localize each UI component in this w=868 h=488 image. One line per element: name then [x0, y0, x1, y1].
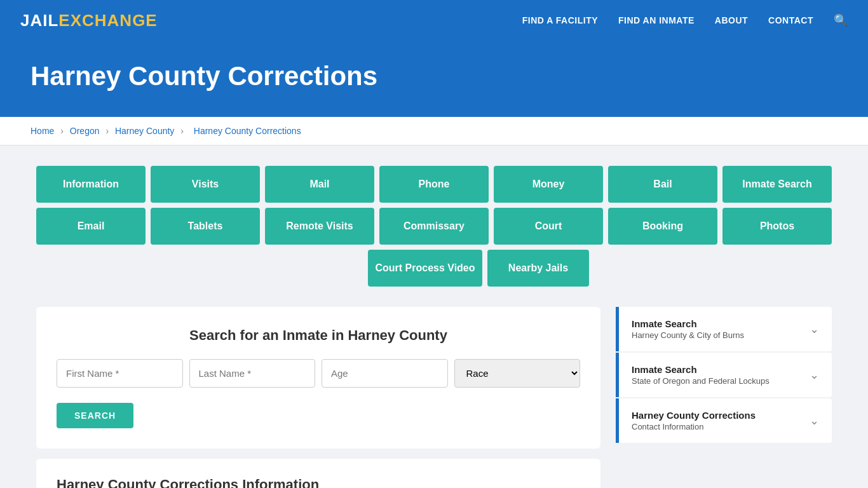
- logo[interactable]: JAIL EXCHANGE: [20, 11, 158, 30]
- sidebar-item-county-title: Inmate Search: [632, 318, 744, 329]
- search-title: Search for an Inmate in Harney County: [57, 327, 580, 344]
- breadcrumb-sep-1: ›: [60, 126, 66, 136]
- btn-row-3: Court Process Video Nearby Jails: [125, 250, 832, 287]
- chevron-down-icon-2: ⌄: [810, 368, 819, 382]
- btn-inmate-search[interactable]: Inmate Search: [722, 166, 832, 203]
- sidebar-item-contact-subtitle: Contact Information: [632, 422, 756, 431]
- btn-remote-visits[interactable]: Remote Visits: [265, 208, 374, 245]
- btn-tablets[interactable]: Tablets: [151, 208, 260, 245]
- btn-court[interactable]: Court: [494, 208, 603, 245]
- sidebar-item-state-text: Inmate Search State of Oregon and Federa…: [632, 364, 770, 386]
- sidebar-item-county-search[interactable]: Inmate Search Harney County & City of Bu…: [616, 307, 832, 351]
- btn-information[interactable]: Information: [36, 166, 146, 203]
- btn-phone[interactable]: Phone: [379, 166, 489, 203]
- nav-contact[interactable]: CONTACT: [768, 15, 813, 25]
- btn-photos[interactable]: Photos: [722, 208, 832, 245]
- btn-booking[interactable]: Booking: [608, 208, 717, 245]
- btn-bail[interactable]: Bail: [608, 166, 717, 203]
- bottom-title: Harney County Corrections Information: [57, 477, 580, 488]
- sidebar-item-state-search[interactable]: Inmate Search State of Oregon and Federa…: [616, 353, 832, 397]
- btn-commissary[interactable]: Commissary: [379, 208, 489, 245]
- content-area: Search for an Inmate in Harney County Ra…: [36, 307, 832, 488]
- breadcrumb-current: Harney County Corrections: [194, 126, 301, 136]
- sidebar-item-county-text: Inmate Search Harney County & City of Bu…: [632, 318, 744, 340]
- sidebar-item-state-title: Inmate Search: [632, 364, 770, 375]
- search-button[interactable]: SEARCH: [57, 403, 133, 428]
- hero-section: Harney County Corrections: [0, 41, 868, 117]
- last-name-input[interactable]: [189, 359, 316, 388]
- sidebar-item-county-subtitle: Harney County & City of Burns: [632, 330, 744, 340]
- page-title: Harney County Corrections: [31, 61, 837, 92]
- breadcrumb-home[interactable]: Home: [31, 126, 54, 136]
- btn-mail[interactable]: Mail: [265, 166, 374, 203]
- btn-row-2: Email Tablets Remote Visits Commissary C…: [36, 208, 832, 245]
- nav-find-inmate[interactable]: FIND AN INMATE: [618, 15, 695, 25]
- logo-exchange: EXCHANGE: [58, 11, 157, 30]
- breadcrumb-harney-county[interactable]: Harney County: [115, 126, 174, 136]
- btn-visits[interactable]: Visits: [151, 166, 260, 203]
- nav-links: FIND A FACILITY FIND AN INMATE ABOUT CON…: [522, 13, 848, 27]
- first-name-input[interactable]: [57, 359, 183, 388]
- navigation-buttons: Information Visits Mail Phone Money Bail…: [36, 166, 832, 287]
- logo-jail: JAIL: [20, 11, 58, 30]
- age-input[interactable]: [322, 359, 448, 388]
- sidebar-item-state-subtitle: State of Oregon and Federal Lockups: [632, 376, 770, 386]
- btn-court-process-video[interactable]: Court Process Video: [368, 250, 482, 287]
- btn-money[interactable]: Money: [494, 166, 603, 203]
- bottom-info-section: Harney County Corrections Information: [36, 459, 600, 488]
- search-panel: Search for an Inmate in Harney County Ra…: [36, 307, 600, 449]
- btn-email[interactable]: Email: [36, 208, 146, 245]
- nav-find-facility[interactable]: FIND A FACILITY: [522, 15, 598, 25]
- race-select[interactable]: Race White Black Hispanic Asian Native A…: [454, 359, 581, 388]
- search-icon[interactable]: 🔍: [834, 13, 848, 27]
- navbar: JAIL EXCHANGE FIND A FACILITY FIND AN IN…: [0, 0, 868, 41]
- chevron-down-icon-3: ⌄: [810, 414, 819, 428]
- breadcrumb-oregon[interactable]: Oregon: [70, 126, 100, 136]
- chevron-down-icon: ⌄: [810, 322, 819, 336]
- sidebar-item-contact[interactable]: Harney County Corrections Contact Inform…: [616, 398, 832, 443]
- btn-row-1: Information Visits Mail Phone Money Bail…: [36, 166, 832, 203]
- btn-nearby-jails[interactable]: Nearby Jails: [487, 250, 589, 287]
- sidebar-item-contact-text: Harney County Corrections Contact Inform…: [632, 410, 756, 431]
- main-content: Information Visits Mail Phone Money Bail…: [21, 146, 847, 488]
- sidebar: Inmate Search Harney County & City of Bu…: [616, 307, 832, 444]
- breadcrumb-sep-3: ›: [180, 126, 186, 136]
- sidebar-item-contact-title: Harney County Corrections: [632, 410, 756, 421]
- search-form: Race White Black Hispanic Asian Native A…: [57, 359, 580, 388]
- left-column: Search for an Inmate in Harney County Ra…: [36, 307, 600, 488]
- nav-about[interactable]: ABOUT: [715, 15, 748, 25]
- breadcrumb-sep-2: ›: [105, 126, 111, 136]
- breadcrumb: Home › Oregon › Harney County › Harney C…: [0, 117, 868, 146]
